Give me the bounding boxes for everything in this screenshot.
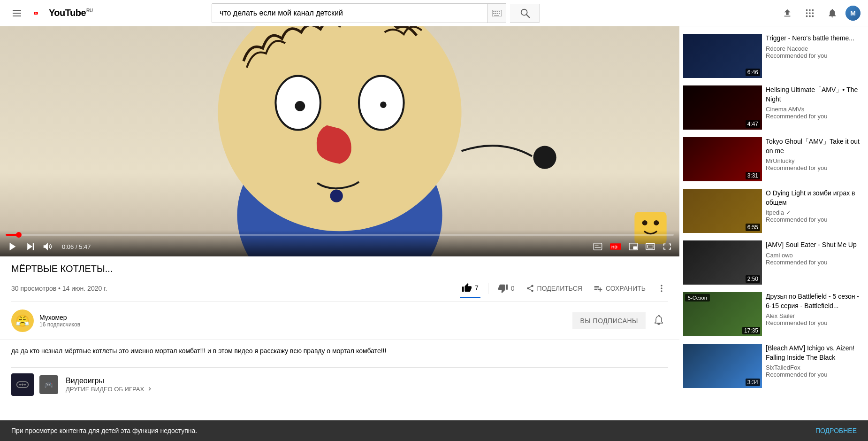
more-icon — [657, 284, 666, 293]
svg-rect-7 — [493, 13, 495, 14]
svg-point-50 — [661, 290, 662, 292]
playlist-add-icon — [594, 284, 603, 293]
svg-point-30 — [533, 146, 556, 169]
subtitles-icon — [593, 243, 602, 250]
svg-rect-39 — [594, 243, 602, 250]
sidebar-item[interactable]: 2:50 [AMV] Soul Eater - Shut Me Up Cami … — [683, 237, 864, 288]
svg-line-13 — [526, 15, 529, 17]
hd-button[interactable]: HD — [608, 240, 623, 253]
sidebar-recommendation-tag: Recommended for you — [766, 371, 864, 378]
main-layout: 0:06 / 5:47 HD — [0, 26, 868, 407]
notifications-button[interactable] — [823, 4, 842, 23]
svg-point-14 — [806, 9, 808, 11]
season-badge: 5-Сезон — [685, 294, 710, 302]
svg-rect-6 — [499, 11, 500, 12]
sidebar-recommendation-tag: Recommended for you — [766, 113, 864, 120]
duration-badge: 3:34 — [746, 379, 760, 386]
keyboard-icon — [492, 10, 502, 16]
thumbnail-container: 3:31 — [683, 137, 762, 181]
svg-rect-5 — [497, 11, 498, 12]
video-info: МЁРТВЫЕ КОТЛЕТЫ... 30 просмотров • 14 ию… — [0, 256, 679, 302]
sidebar-video-title: [AMV] Soul Eater - Shut Me Up — [766, 240, 864, 250]
youtube-logo[interactable]: YouTubeRU — [34, 8, 93, 18]
volume-button[interactable] — [40, 240, 54, 254]
notification-bell-button[interactable] — [649, 310, 668, 332]
fullscreen-icon — [662, 243, 672, 250]
sidebar-meta: Trigger - Nero's battle theme... Rdcore … — [766, 34, 864, 78]
subscribe-button[interactable]: ВЫ ПОДПИСАНЫ — [572, 312, 646, 329]
thumbnail-container: 2:50 — [683, 240, 762, 285]
duration-badge: 4:47 — [746, 120, 760, 128]
search-button[interactable] — [510, 4, 540, 23]
next-button[interactable] — [23, 240, 37, 253]
duration-badge: 17:35 — [742, 327, 760, 334]
sidebar-item[interactable]: 3:34 [Bleach AMV] Ichigo vs. Aizen! Fall… — [683, 340, 864, 392]
svg-point-53 — [24, 384, 26, 386]
search-input[interactable] — [212, 4, 487, 23]
play-icon — [8, 241, 18, 252]
fullscreen-button[interactable] — [661, 241, 674, 252]
more-game-videos-link[interactable]: ДРУГИЕ ВИДЕО ОБ ИГРАХ — [66, 385, 668, 393]
miniplayer-button[interactable] — [627, 241, 640, 252]
svg-point-52 — [19, 384, 21, 386]
video-illustration — [0, 26, 679, 256]
svg-point-19 — [812, 12, 814, 14]
more-options-button[interactable] — [655, 280, 668, 297]
svg-rect-3 — [493, 11, 495, 12]
video-player[interactable]: 0:06 / 5:47 HD — [0, 26, 679, 256]
svg-point-34 — [330, 189, 343, 202]
miniplayer-icon — [629, 243, 638, 250]
sidebar: 6:46 Trigger - Nero's battle theme... Rd… — [679, 26, 868, 407]
duration-badge: 2:50 — [746, 275, 760, 283]
sidebar-video-title: О Dying Light и зомби играх в общем — [766, 189, 864, 207]
svg-point-33 — [654, 220, 659, 225]
progress-bar[interactable] — [6, 234, 674, 236]
play-button[interactable] — [6, 240, 20, 254]
sidebar-items-container: 6:46 Trigger - Nero's battle theme... Rd… — [683, 30, 864, 392]
sidebar-channel-name: Rdcore Nacode — [766, 45, 864, 52]
apps-button[interactable] — [800, 4, 819, 23]
share-button[interactable]: ПОДЕЛИТЬСЯ — [524, 280, 584, 296]
sidebar-recommendation-tag: Recommended for you — [766, 319, 864, 326]
dislike-button[interactable]: 0 — [496, 279, 517, 297]
thumbnail-container: 4:47 — [683, 85, 762, 130]
svg-marker-35 — [10, 243, 16, 251]
sidebar-channel-name: Alex Sailer — [766, 312, 864, 319]
sidebar-item[interactable]: 3:31 Tokyo Ghoul「AMV」Take it out on me M… — [683, 133, 864, 185]
theater-button[interactable] — [644, 241, 657, 252]
svg-rect-37 — [33, 243, 34, 250]
upload-button[interactable] — [778, 4, 797, 23]
time-display: 0:06 / 5:47 — [62, 243, 91, 250]
sidebar-video-title: Trigger - Nero's battle theme... — [766, 34, 864, 43]
theater-icon — [646, 243, 655, 250]
search-area — [212, 3, 540, 23]
sidebar-meta: Hellsing Ultimate「AMV」• The Night Cinema… — [766, 85, 864, 130]
thumbs-up-icon — [462, 283, 472, 293]
svg-point-17 — [806, 12, 808, 14]
sidebar-video-title: [Bleach AMV] Ichigo vs. Aizen! Falling I… — [766, 344, 864, 362]
sidebar-meta: Tokyo Ghoul「AMV」Take it out on me MrUnlu… — [766, 137, 864, 181]
view-date: 30 просмотров • 14 июн. 2020 г. — [11, 285, 107, 292]
hd-icon: HD — [610, 242, 621, 251]
video-section: 0:06 / 5:47 HD — [0, 26, 679, 407]
subtitles-button[interactable] — [591, 241, 604, 252]
video-description: да да кто незнал мёртвые котлеты это име… — [0, 340, 679, 362]
user-avatar[interactable]: M — [845, 6, 860, 21]
sidebar-item[interactable]: 5-Сезон 17:35 Друзья по Battlefield - 5 … — [683, 288, 864, 340]
like-button[interactable]: 7 — [460, 279, 480, 298]
svg-marker-38 — [44, 243, 48, 251]
svg-point-21 — [809, 15, 811, 17]
sidebar-channel-name: Cami owo — [766, 252, 864, 259]
channel-section: 😤 Мухомер 16 подписчиков ВЫ ПОДПИСАНЫ — [0, 302, 679, 340]
save-button[interactable]: СОХРАНИТЬ — [592, 280, 647, 297]
channel-avatar[interactable]: 😤 — [11, 309, 34, 332]
channel-info: Мухомер 16 подписчиков — [39, 314, 572, 328]
keyboard-icon-button[interactable] — [487, 4, 506, 23]
hamburger-menu-button[interactable] — [8, 4, 26, 23]
game-card-section: 🎮 Видеоигры ДРУГИЕ ВИДЕО ОБ ИГРАХ — [0, 362, 679, 407]
sidebar-item[interactable]: 6:46 Trigger - Nero's battle theme... Rd… — [683, 30, 864, 82]
sidebar-item[interactable]: 6:55 О Dying Light и зомби играх в общем… — [683, 185, 864, 237]
sidebar-item[interactable]: 4:47 Hellsing Ultimate「AMV」• The Night C… — [683, 82, 864, 133]
svg-point-16 — [812, 9, 814, 11]
sidebar-video-title: Друзья по Battlefield - 5 сезон - 6-15 с… — [766, 292, 864, 310]
